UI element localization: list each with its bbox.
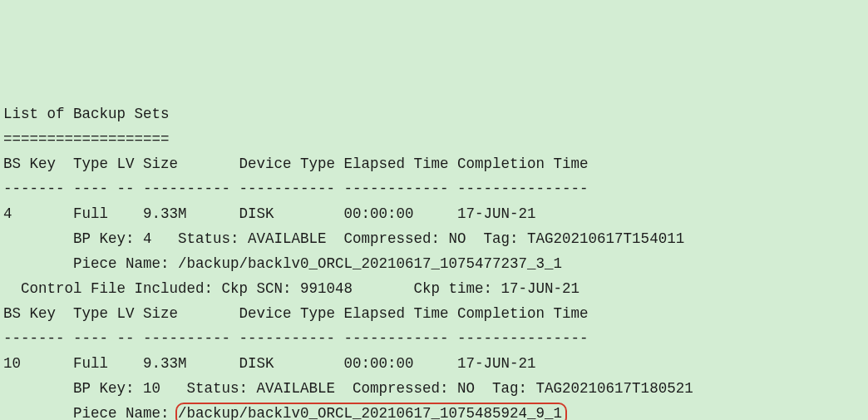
column-separator: ------- ---- -- ---------- ----------- -…: [3, 326, 865, 351]
piece-name-value: /backup/backlv0_ORCL_20210617_1075485924…: [175, 403, 567, 420]
terminal-output: List of Backup Sets===================BS…: [3, 101, 865, 420]
backup-piece-info: BP Key: 4 Status: AVAILABLE Compressed: …: [3, 226, 865, 251]
column-headers: BS Key Type LV Size Device Type Elapsed …: [3, 151, 865, 176]
control-file-line: Control File Included: Ckp SCN: 991048 C…: [3, 276, 865, 301]
output-title: List of Backup Sets: [3, 101, 865, 126]
piece-name-line: Piece Name: /backup/backlv0_ORCL_2021061…: [3, 401, 865, 420]
column-headers: BS Key Type LV Size Device Type Elapsed …: [3, 301, 865, 326]
piece-name-value: /backup/backlv0_ORCL_20210617_1075477237…: [178, 255, 562, 272]
piece-name-label: Piece Name:: [3, 405, 178, 420]
piece-name-line: Piece Name: /backup/backlv0_ORCL_2021061…: [3, 251, 865, 276]
output-divider: ===================: [3, 126, 865, 151]
piece-name-label: Piece Name:: [3, 255, 178, 272]
backup-set-summary: 10 Full 9.33M DISK 00:00:00 17-JUN-21: [3, 351, 865, 376]
backup-set-summary: 4 Full 9.33M DISK 00:00:00 17-JUN-21: [3, 201, 865, 226]
column-separator: ------- ---- -- ---------- ----------- -…: [3, 176, 865, 201]
backup-piece-info: BP Key: 10 Status: AVAILABLE Compressed:…: [3, 376, 865, 401]
